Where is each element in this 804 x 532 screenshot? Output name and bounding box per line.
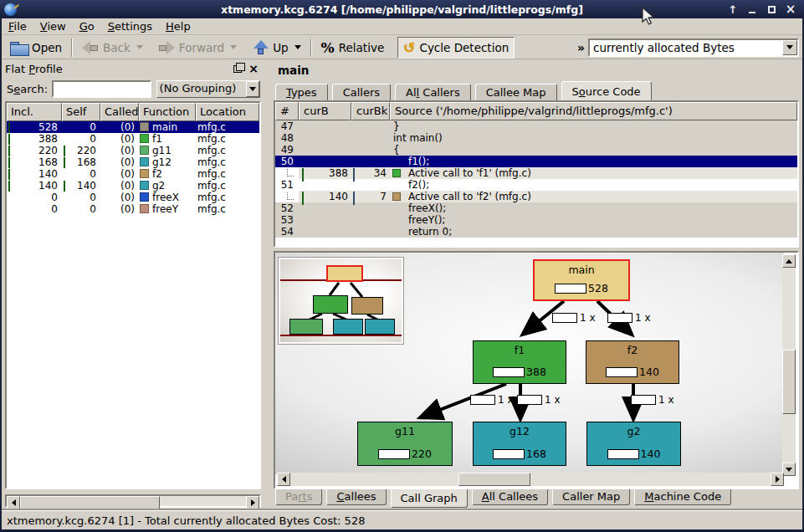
scroll-right-icon (251, 499, 255, 506)
scroll-left-icon (282, 476, 286, 483)
relative-button[interactable]: % Relative (316, 37, 390, 59)
call-graph-panel: main 528 f1 388 f2 140 g11 220 g12 168 g… (274, 251, 799, 489)
graph-node-g12[interactable]: g12 168 (473, 422, 566, 466)
scroll-right-button[interactable] (246, 496, 259, 509)
column-header-called[interactable]: Called (100, 103, 139, 121)
scroll-up-button[interactable] (782, 254, 796, 268)
scroll-left-button[interactable] (7, 496, 20, 509)
tab-types[interactable]: Types (275, 84, 328, 100)
column-header-line[interactable]: # (275, 102, 299, 120)
graph-node-g2[interactable]: g2 140 (586, 422, 681, 466)
scroll-right-button[interactable] (771, 473, 784, 486)
source-row[interactable]: 48 int main() (275, 132, 797, 144)
up-button[interactable]: Up (248, 37, 305, 59)
tab-source-code[interactable]: Source Code (561, 81, 652, 100)
call-graph-canvas[interactable]: main 528 f1 388 f2 140 g11 220 g12 168 g… (275, 253, 784, 474)
column-header-source[interactable]: Source ('/home/philippe/valgrind/littlep… (390, 102, 797, 120)
close-button[interactable]: × (784, 3, 797, 16)
call-count: 1 x (580, 312, 596, 324)
source-row[interactable]: 52 freeX(); (275, 202, 797, 214)
column-header-curb[interactable]: curB (299, 102, 351, 120)
scroll-left-button[interactable] (277, 473, 290, 486)
source-row[interactable]: 51 f2(); (275, 179, 797, 191)
up-dropdown-icon[interactable] (294, 45, 301, 49)
source-tabs: Types Callers All Callers Callee Map Sou… (275, 81, 656, 100)
menu-item-help[interactable]: Help (159, 18, 197, 34)
menu-item-go[interactable]: Go (73, 18, 101, 34)
tab-all-callees[interactable]: All Callees (472, 489, 548, 505)
forward-button[interactable]: Forward (153, 37, 242, 59)
table-row-g2[interactable]: 140 140 (0) g2 mfg.c (7, 180, 259, 192)
menu-item-settings[interactable]: Settings (101, 18, 159, 34)
scrollbar-thumb[interactable] (20, 496, 160, 509)
source-row[interactable]: 54 return 0; (275, 226, 797, 238)
scrollbar-thumb[interactable] (782, 350, 796, 414)
menu-item-file[interactable]: File (2, 18, 33, 34)
column-header-self[interactable]: Self (62, 103, 100, 121)
tab-all-callers[interactable]: All Callers (395, 84, 471, 100)
source-row[interactable]: 47 } (275, 120, 797, 132)
open-label: Open (32, 41, 62, 54)
table-row-f1[interactable]: 388 0 (0) f1 mfg.c (7, 133, 259, 145)
table-row-freeY[interactable]: 0 0 (0) freeY mfg.c (7, 203, 259, 215)
grouping-dropdown-button[interactable] (246, 81, 259, 97)
menu-item-view[interactable]: View (33, 18, 73, 34)
maximize-button[interactable] (765, 3, 778, 16)
graph-node-g11[interactable]: g11 220 (357, 422, 453, 466)
flat-profile-hscrollbar[interactable] (5, 494, 261, 508)
back-dropdown-icon[interactable] (136, 45, 143, 49)
open-button[interactable]: Open (5, 37, 67, 59)
chevron-down-icon (786, 45, 793, 49)
function-color-icon (140, 169, 149, 178)
grouping-combobox[interactable]: (No Grouping) (156, 80, 260, 98)
search-input[interactable] (52, 80, 151, 98)
tab-caller-map[interactable]: Caller Map (552, 489, 630, 505)
tab-callers[interactable]: Callers (332, 84, 391, 100)
table-row-main[interactable]: 528 0 (0) main mfg.c (7, 121, 259, 133)
function-color-icon (140, 157, 149, 166)
table-row-freeX[interactable]: 0 0 (0) freeX mfg.c (7, 192, 259, 203)
graph-tabs: Parts Callees Call Graph All Callees Cal… (275, 489, 735, 509)
table-row-g12[interactable]: 168 168 (0) g12 mfg.c (7, 156, 259, 168)
dock-float-icon[interactable] (233, 65, 242, 73)
window-title: xtmemory.kcg.6274 [/home/philippe/valgri… (0, 3, 804, 16)
call-info-row[interactable]: 140 7 Active call to 'f2' (mfg.c) (275, 191, 797, 202)
graph-node-f2[interactable]: f2 140 (586, 340, 679, 384)
forward-label: Forward (179, 41, 224, 54)
column-header-location[interactable]: Location (196, 103, 259, 121)
tab-parts[interactable]: Parts (275, 489, 322, 505)
table-row-g11[interactable]: 220 220 (0) g11 mfg.c (7, 145, 259, 156)
incl-cost-bar (8, 134, 10, 145)
tab-machine-code[interactable]: Machine Code (634, 489, 731, 505)
call-info-row[interactable]: 388 34 Active call to 'f1' (mfg.c) (275, 167, 797, 179)
window-shade-button[interactable]: ↑ (726, 3, 740, 16)
column-header-incl[interactable]: Incl. (7, 103, 62, 121)
tab-call-graph[interactable]: Call Graph (391, 489, 468, 508)
minimize-button[interactable] (745, 3, 759, 16)
forward-dropdown-icon[interactable] (230, 45, 237, 49)
cycle-detection-button[interactable]: ↺ Cycle Detection (397, 37, 515, 59)
scroll-down-button[interactable] (782, 463, 796, 476)
graph-vscrollbar[interactable] (782, 254, 796, 476)
column-header-curbk[interactable]: curBk (351, 102, 390, 120)
tab-callee-map[interactable]: Callee Map (475, 84, 557, 100)
back-button[interactable]: Back (77, 37, 148, 59)
graph-node-f1[interactable]: f1 388 (473, 340, 566, 384)
scrollbar-thumb[interactable] (458, 473, 530, 486)
source-row[interactable]: 53 freeY(); (275, 214, 797, 226)
tab-callees[interactable]: Callees (326, 489, 386, 505)
column-header-function[interactable]: Function (139, 103, 196, 121)
graph-node-main[interactable]: main 528 (533, 259, 630, 301)
toolbar-overflow-chevron[interactable]: » (577, 41, 585, 54)
grouping-value: (No Grouping) (157, 81, 246, 97)
combo-dropdown-button[interactable] (782, 40, 797, 55)
source-row-selected[interactable]: 50 f1(); (275, 156, 797, 167)
dock-close-icon[interactable]: × (248, 64, 259, 73)
graph-overview-map[interactable] (279, 258, 403, 344)
source-row[interactable]: 49 { (275, 144, 797, 156)
graph-hscrollbar[interactable] (277, 473, 784, 486)
titlebar[interactable]: xtmemory.kcg.6274 [/home/philippe/valgri… (0, 0, 804, 18)
table-row-f2[interactable]: 140 0 (0) f2 mfg.c (7, 168, 259, 180)
event-type-combobox[interactable]: currently allocated Bytes (588, 38, 799, 57)
chevron-down-icon (249, 87, 256, 91)
